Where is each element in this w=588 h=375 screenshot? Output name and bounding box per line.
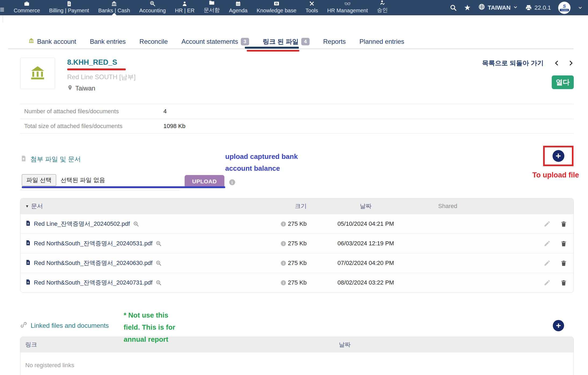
nav-label: HR | ER: [175, 8, 195, 14]
nav-item-documents[interactable]: 문서함: [199, 0, 224, 15]
user-menu-chevron-icon[interactable]: [578, 5, 583, 10]
collapse-triangle-icon: ▼: [25, 204, 29, 208]
print-version: 22.0.1: [525, 4, 551, 11]
nav-item-knowledge-base[interactable]: Knowledge base: [252, 0, 301, 15]
annotation-upload-note: upload captured bank account balance: [225, 151, 306, 174]
tab-label: Account statements: [181, 38, 238, 45]
size-column-label: 크기: [276, 202, 321, 210]
tabs-divider: [8, 49, 573, 49]
add-file-button[interactable]: +: [553, 150, 564, 162]
nav-item-agenda[interactable]: Agenda: [224, 0, 252, 15]
tab-linked-files[interactable]: 링크 된 파일 4: [263, 37, 310, 46]
links-table: 링크 날짜 No registered links: [20, 337, 574, 375]
size-info-icon[interactable]: i: [281, 241, 286, 246]
summary-value: 1098 Kb: [163, 123, 185, 130]
attachments-section-title: 첨부 파일 및 문서: [30, 155, 81, 163]
edit-pencil-icon[interactable]: [544, 240, 551, 247]
size-info-icon[interactable]: i: [281, 261, 286, 266]
nav-item-hr-er[interactable]: HR | ER: [170, 0, 199, 15]
upload-button[interactable]: UPLOAD: [185, 175, 224, 188]
search-icon[interactable]: [450, 4, 457, 11]
summary-value: 4: [163, 108, 167, 115]
file-date: 08/02/2024 03:22 PM: [321, 279, 410, 286]
next-record-icon[interactable]: [568, 60, 574, 66]
nav-item-approval[interactable]: 승인: [372, 0, 392, 15]
add-link-button[interactable]: +: [553, 320, 564, 331]
edit-pencil-icon[interactable]: [544, 220, 551, 227]
delete-trash-icon[interactable]: [560, 279, 567, 286]
nav-item-cropped[interactable]: ≣: [0, 0, 9, 15]
document-link[interactable]: Red North&South_잔액증명서_20240531.pdf: [34, 239, 152, 247]
edit-pencil-icon[interactable]: [544, 279, 551, 286]
language-selector[interactable]: TAIWAN: [478, 3, 518, 12]
nav-label: Accounting: [139, 8, 166, 14]
avatar-logo-band: TAIWAN: [560, 9, 569, 11]
page-title: 8.KHH_RED_S: [67, 58, 136, 67]
nav-item-billing-payment[interactable]: Billing | Payment: [45, 0, 94, 15]
nav-item-tools[interactable]: Tools: [301, 0, 323, 15]
bank-large-icon: [29, 64, 46, 83]
nav-label: 문서함: [204, 6, 220, 14]
printer-icon[interactable]: [525, 4, 532, 11]
nav-item-banks-cash[interactable]: Banks | Cash: [94, 0, 135, 15]
nav-item-hr-management[interactable]: HR Management: [323, 0, 372, 15]
preview-zoom-icon[interactable]: [155, 279, 162, 286]
document-link[interactable]: Red Line_잔액증명서_20240502.pdf: [34, 220, 130, 228]
shared-column-label: Shared: [410, 203, 485, 210]
delete-trash-icon[interactable]: [560, 221, 567, 227]
back-to-list-link[interactable]: 목록으로 되돌아 가기: [482, 59, 544, 67]
file-date: 06/03/2024 12:19 PM: [321, 240, 410, 247]
linked-files-section-header: Linked files and documents +: [20, 320, 574, 331]
preview-zoom-icon[interactable]: [133, 221, 139, 227]
calendar-icon: [235, 1, 241, 7]
tab-label: Bank account: [37, 38, 76, 45]
open-status-button[interactable]: 열다: [552, 75, 574, 89]
annotation-red-box: +: [543, 146, 573, 166]
tab-reports[interactable]: Reports: [323, 38, 346, 45]
count-badge: 4: [301, 38, 310, 45]
edit-pencil-icon[interactable]: [544, 260, 551, 267]
app-window: ≣ Commerce Billing | Payment Banks | Cas…: [0, 0, 588, 375]
tab-bank-account[interactable]: Bank account: [28, 38, 76, 45]
nav-right-tools: ★ TAIWAN 22.0.1 S TAIWAN: [450, 0, 588, 15]
nav-label: Agenda: [229, 8, 248, 14]
accounting-search-icon: [149, 1, 156, 7]
delete-trash-icon[interactable]: [560, 260, 567, 267]
tab-planned-entries[interactable]: Planned entries: [360, 38, 404, 45]
links-table-header: 링크 날짜: [20, 337, 573, 352]
top-navbar: ≣ Commerce Billing | Payment Banks | Cas…: [0, 0, 588, 15]
tab-bank-entries[interactable]: Bank entries: [90, 38, 126, 45]
location-label: Taiwan: [75, 85, 95, 92]
user-avatar[interactable]: S TAIWAN: [558, 2, 571, 14]
size-info-icon[interactable]: i: [281, 280, 286, 285]
document-link[interactable]: Red North&South_잔액증명서_20240731.pdf: [34, 279, 152, 287]
documents-table-header: ▼ 문서 크기 날짜 Shared: [20, 198, 573, 214]
upload-info-icon[interactable]: i: [229, 179, 235, 185]
prev-record-icon[interactable]: [554, 60, 560, 66]
bank-tab-icon: [28, 38, 34, 45]
date-column-label: 날짜: [321, 202, 410, 210]
choose-file-button[interactable]: 파일 선택: [22, 174, 56, 186]
nav-label: Tools: [306, 8, 318, 14]
upload-file-icon: [20, 155, 27, 163]
nav-item-commerce[interactable]: Commerce: [9, 0, 45, 15]
avatar-logo-mark: S: [563, 4, 566, 9]
person-check-icon: [379, 0, 385, 6]
tab-account-statements[interactable]: Account statements 3: [181, 38, 249, 45]
tab-bar: Bank account Bank entries Reconcile Acco…: [28, 34, 573, 49]
nav-item-accounting[interactable]: Accounting: [135, 0, 170, 15]
doc-column-toggle[interactable]: ▼ 문서: [20, 202, 276, 210]
linked-files-section-title: Linked files and documents: [31, 322, 109, 329]
menu-lines-icon: ≣: [0, 6, 5, 13]
document-link[interactable]: Red North&South_잔액증명서_20240630.pdf: [34, 259, 152, 267]
left-edge-line: [3, 15, 3, 22]
kb-card-icon: [273, 0, 280, 7]
delete-trash-icon[interactable]: [560, 240, 567, 247]
size-info-icon[interactable]: i: [281, 221, 286, 227]
bookmark-star-icon[interactable]: ★: [464, 4, 471, 12]
document-row: Red Line_잔액증명서_20240502.pdf i275 Kb 05/1…: [20, 214, 573, 234]
pdf-icon: [25, 220, 31, 228]
preview-zoom-icon[interactable]: [155, 240, 162, 247]
tab-reconcile[interactable]: Reconcile: [139, 38, 168, 45]
preview-zoom-icon[interactable]: [155, 260, 162, 266]
